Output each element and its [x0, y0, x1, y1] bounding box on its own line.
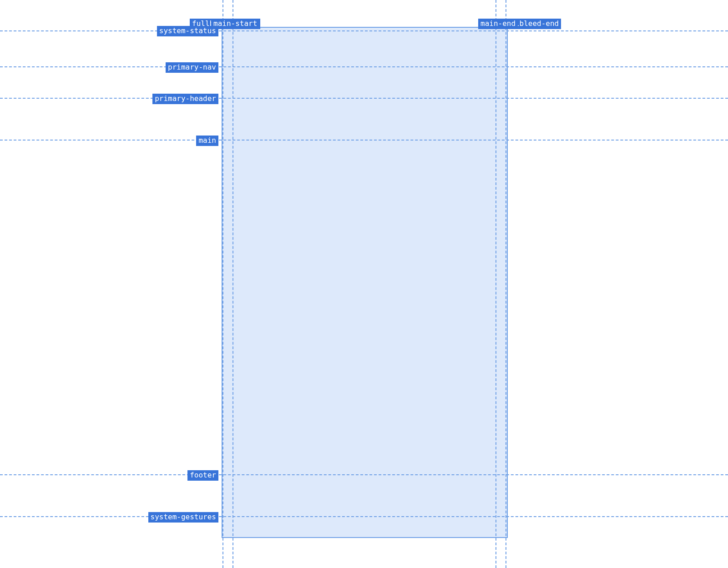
row-label-system-gestures: system-gestures: [148, 512, 219, 523]
row-label-system-status: system-status: [157, 26, 218, 36]
row-line-main: [0, 140, 728, 141]
row-line-primary-nav: [0, 66, 728, 67]
highlight-region: [222, 27, 508, 538]
row-label-primary-header: primary-header: [152, 94, 218, 104]
row-line-footer: [0, 474, 728, 475]
row-label-main: main: [196, 136, 218, 146]
grid-diagram: fullbleed-start fullbleed-end main-start…: [0, 0, 728, 568]
row-label-primary-nav: primary-nav: [166, 62, 218, 73]
row-line-primary-header: [0, 98, 728, 99]
col-line-fullbleed-end: [506, 0, 506, 568]
row-line-system-gestures: [0, 516, 728, 517]
col-line-main-end: [495, 0, 496, 568]
row-label-footer: footer: [187, 470, 218, 481]
col-line-main-start: [233, 0, 233, 568]
col-line-fullbleed-start: [222, 0, 223, 568]
col-label-main-end: main-end: [478, 19, 518, 29]
row-line-system-status: [0, 30, 728, 31]
